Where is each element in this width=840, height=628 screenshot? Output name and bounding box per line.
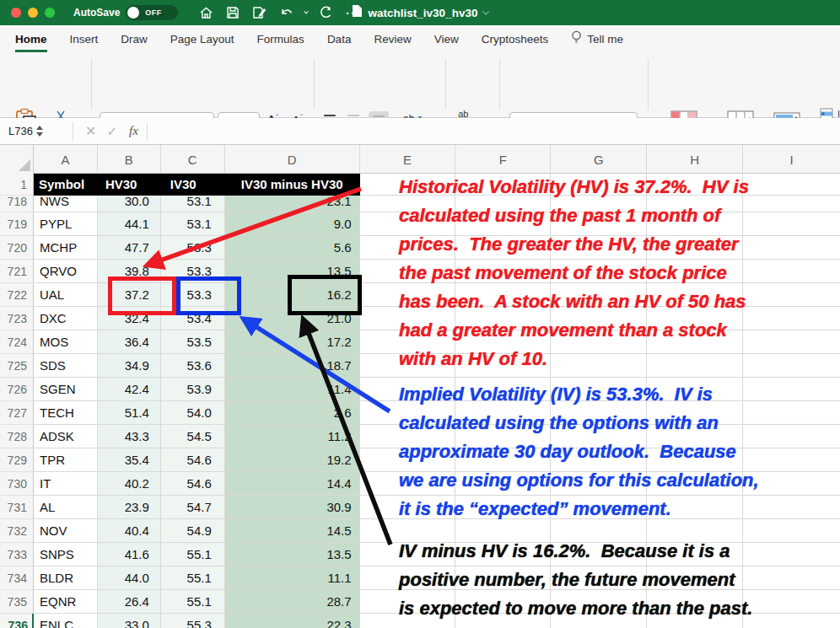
row-number[interactable]: 723 xyxy=(0,307,34,330)
cell-hv30[interactable]: 51.4 xyxy=(98,401,161,425)
cell-hv30-header[interactable]: HV30 xyxy=(98,174,161,196)
title-dropdown-chevron-icon[interactable] xyxy=(482,8,489,14)
cancel-entry-icon[interactable]: ✕ xyxy=(85,123,96,139)
tell-me-button[interactable]: Tell me xyxy=(571,30,623,47)
save-icon[interactable] xyxy=(223,3,242,22)
name-box[interactable]: L736 xyxy=(0,118,66,145)
iv-annotation-text[interactable]: Implied Volatility (IV) is 53.3%. IV is … xyxy=(399,380,837,523)
cell-symbol[interactable]: TPR xyxy=(34,448,98,472)
cell-symbol[interactable]: IT xyxy=(34,472,98,496)
cell-hv30[interactable]: 47.7 xyxy=(98,236,161,260)
cell-iv30[interactable]: 54.9 xyxy=(161,519,225,543)
cell-symbol[interactable]: EQNR xyxy=(34,590,98,614)
cell-symbol[interactable]: QRVO xyxy=(34,260,98,283)
cell-hv30[interactable]: 30.0 xyxy=(98,196,161,212)
cell-iv30[interactable]: 53.6 xyxy=(161,354,225,378)
cell-diff[interactable]: 2.6 xyxy=(225,401,360,425)
tab-review[interactable]: Review xyxy=(374,25,411,52)
cell-symbol[interactable]: ADSK xyxy=(34,425,98,448)
cell-diff[interactable]: 14.5 xyxy=(225,519,360,543)
cell-diff[interactable]: 11.2 xyxy=(225,425,360,448)
cell-iv30[interactable]: 53.3 xyxy=(161,236,225,260)
cell-iv30[interactable]: 55.1 xyxy=(161,590,225,614)
cell-hv30[interactable]: 44.0 xyxy=(98,566,161,590)
cell-hv30[interactable]: 33.0 xyxy=(98,614,161,628)
blue-highlight-box[interactable] xyxy=(176,276,241,315)
cell-symbol[interactable]: SDS xyxy=(34,354,98,378)
cell-symbol[interactable]: ENLC xyxy=(34,614,98,628)
tab-page-layout[interactable]: Page Layout xyxy=(170,25,234,52)
cell-symbol[interactable]: BLDR xyxy=(34,566,98,590)
row-number[interactable]: 735 xyxy=(0,590,34,614)
minimize-window-button[interactable] xyxy=(28,8,38,18)
tab-view[interactable]: View xyxy=(434,25,459,52)
cell-symbol-header[interactable]: Symbol xyxy=(34,174,98,196)
autosave-toggle[interactable]: OFF xyxy=(126,5,178,20)
cell-hv30[interactable]: 36.4 xyxy=(98,330,161,354)
cell-symbol[interactable]: DXC xyxy=(34,307,98,330)
row-number[interactable]: 732 xyxy=(0,519,34,543)
column-header-H[interactable]: H xyxy=(647,145,743,174)
tab-home[interactable]: Home xyxy=(15,25,47,52)
document-title[interactable]: watchlist_iv30_hv30 xyxy=(369,7,478,19)
cell-hv30[interactable]: 43.3 xyxy=(98,425,161,448)
tab-data[interactable]: Data xyxy=(327,25,352,52)
cell-iv30[interactable]: 54.0 xyxy=(161,401,225,425)
cell-diff[interactable]: 23.1 xyxy=(225,196,360,212)
row-number[interactable]: 720 xyxy=(0,236,34,260)
row-number[interactable]: 726 xyxy=(0,378,34,401)
column-header-I[interactable]: I xyxy=(743,145,840,174)
name-box-spinner[interactable] xyxy=(36,126,43,137)
cell-hv30[interactable]: 35.4 xyxy=(98,448,161,472)
cell-iv30[interactable]: 55.1 xyxy=(161,566,225,590)
cell-symbol[interactable]: SGEN xyxy=(34,378,98,401)
cell-symbol[interactable]: MCHP xyxy=(34,236,98,260)
undo-dropdown-chevron-icon[interactable] xyxy=(304,9,310,14)
cell-hv30[interactable]: 42.4 xyxy=(98,378,161,401)
cell-symbol[interactable]: UAL xyxy=(34,283,98,307)
cell-symbol[interactable]: NOV xyxy=(34,519,98,543)
formula-input[interactable] xyxy=(154,118,840,145)
cell-iv30[interactable]: 53.9 xyxy=(161,378,225,401)
cell-hv30[interactable]: 40.2 xyxy=(98,472,161,496)
hv-annotation-text[interactable]: Historical Volatility (HV) is 37.2%. HV … xyxy=(399,173,837,373)
more-commands-icon[interactable]: ⋯ xyxy=(343,3,362,22)
cell-iv30-header[interactable]: IV30 xyxy=(161,174,225,196)
cell-diff[interactable]: 13.5 xyxy=(225,543,360,566)
row-number[interactable]: 727 xyxy=(0,401,34,425)
cell-iv30[interactable]: 53.1 xyxy=(161,196,225,212)
cell-diff[interactable]: 11.4 xyxy=(225,378,360,401)
select-all-corner[interactable] xyxy=(0,145,34,174)
home-icon[interactable] xyxy=(197,3,215,22)
row-number[interactable]: 724 xyxy=(0,330,34,354)
cell-iv30[interactable]: 54.7 xyxy=(161,496,225,519)
column-header-F[interactable]: F xyxy=(455,145,551,174)
cell-iv30[interactable]: 53.1 xyxy=(161,212,225,236)
cell-iv30[interactable]: 54.5 xyxy=(161,425,225,448)
diff-annotation-text[interactable]: IV minus HV is 16.2%. Because it is a po… xyxy=(399,537,837,623)
row-number[interactable]: 722 xyxy=(0,283,34,307)
tab-insert[interactable]: Insert xyxy=(70,25,99,52)
cell-hv30[interactable]: 40.4 xyxy=(98,519,161,543)
cell-hv30[interactable]: 26.4 xyxy=(98,590,161,614)
save-as-icon[interactable] xyxy=(250,3,269,22)
redo-icon[interactable] xyxy=(316,3,335,22)
cell-diff[interactable]: 5.6 xyxy=(225,236,360,260)
cell-iv30[interactable]: 55.3 xyxy=(161,614,225,628)
insert-function-icon[interactable]: fx xyxy=(129,124,138,138)
tab-draw[interactable]: Draw xyxy=(121,25,148,52)
cell-symbol[interactable]: AL xyxy=(34,496,98,519)
column-header-G[interactable]: G xyxy=(551,145,647,174)
undo-icon[interactable] xyxy=(277,3,296,22)
cell-hv30[interactable]: 34.9 xyxy=(98,354,161,378)
column-header-E[interactable]: E xyxy=(360,145,456,174)
row-number[interactable]: 730 xyxy=(0,472,34,496)
cell-diff[interactable]: 28.7 xyxy=(225,590,360,614)
row-number[interactable]: 729 xyxy=(0,448,34,472)
cell-symbol[interactable]: NWS xyxy=(34,196,98,212)
tab-cryptosheets[interactable]: Cryptosheets xyxy=(482,25,549,52)
red-highlight-box[interactable] xyxy=(108,276,176,315)
cell-iv30[interactable]: 54.6 xyxy=(161,472,225,496)
row-number[interactable]: 718 xyxy=(0,196,34,212)
cell-diff[interactable]: 14.4 xyxy=(225,472,360,496)
